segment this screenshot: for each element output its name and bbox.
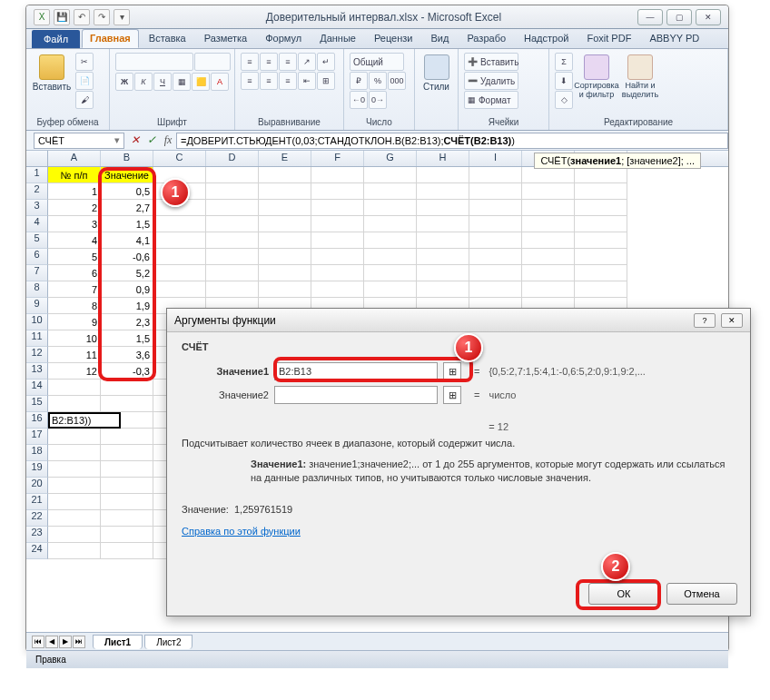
cell[interactable] (364, 265, 417, 281)
cell[interactable] (311, 232, 364, 249)
cell[interactable] (259, 249, 311, 265)
cell[interactable]: 4,1 (101, 232, 153, 249)
cell[interactable] (311, 249, 364, 265)
cell[interactable]: 5,2 (101, 265, 153, 281)
col-header-D[interactable]: D (206, 151, 259, 166)
tab-layout[interactable]: Разметка (196, 29, 256, 48)
cell[interactable] (153, 281, 206, 298)
cell[interactable] (522, 200, 575, 216)
cell[interactable]: 3,6 (101, 347, 153, 363)
row-header[interactable]: 10 (26, 314, 48, 330)
row-header[interactable]: 24 (26, 543, 48, 559)
tab-insert[interactable]: Вставка (141, 29, 194, 48)
row-header[interactable]: 8 (26, 281, 48, 298)
cell[interactable] (259, 167, 311, 183)
cell[interactable] (206, 232, 259, 249)
cell[interactable] (259, 232, 311, 249)
cell[interactable]: 2,7 (101, 200, 153, 216)
tab-foxit[interactable]: Foxit PDF (578, 29, 639, 48)
close-button[interactable]: ✕ (696, 9, 721, 25)
cell[interactable] (101, 527, 153, 543)
cell[interactable] (48, 429, 101, 445)
dialog-help-link[interactable]: Справка по этой функции (182, 526, 301, 537)
arg2-range-picker-icon[interactable]: ⊞ (443, 386, 461, 404)
align-mid-icon[interactable]: ≡ (260, 53, 278, 71)
cell[interactable] (469, 216, 522, 232)
cell[interactable] (206, 265, 259, 281)
cell[interactable]: 0,5 (101, 183, 153, 200)
paste-button[interactable]: Вставить (32, 53, 72, 94)
row-header[interactable]: 1 (26, 167, 48, 183)
editing-cell[interactable]: B2:B13)) (48, 412, 121, 429)
arg1-range-picker-icon[interactable]: ⊞ (443, 362, 461, 380)
name-box[interactable]: СЧЁТ▾ (34, 133, 124, 149)
cell[interactable] (48, 445, 101, 461)
clear-icon[interactable]: ◇ (555, 91, 573, 109)
cell[interactable] (417, 200, 469, 216)
undo-icon[interactable]: ↶ (74, 9, 90, 25)
tab-formulas[interactable]: Формул (257, 29, 310, 48)
cell[interactable]: 2 (48, 200, 101, 216)
comma-icon[interactable]: 000 (388, 72, 406, 90)
col-header-E[interactable]: E (259, 151, 311, 166)
cell[interactable]: 1 (48, 183, 101, 200)
tab-abbyy[interactable]: ABBYY PD (641, 29, 707, 48)
cell[interactable] (101, 461, 153, 478)
cancel-formula-icon[interactable]: ✕ (128, 133, 143, 148)
cell[interactable] (469, 200, 522, 216)
cell[interactable] (259, 183, 311, 200)
cell[interactable]: 1,5 (101, 216, 153, 232)
cell[interactable] (101, 494, 153, 510)
cell[interactable] (417, 216, 469, 232)
row-header[interactable]: 22 (26, 510, 48, 527)
cell[interactable] (48, 461, 101, 478)
cell[interactable] (311, 216, 364, 232)
tab-review[interactable]: Рецензи (366, 29, 421, 48)
row-header[interactable]: 9 (26, 298, 48, 314)
cells-insert[interactable]: ➕Вставить (464, 53, 518, 71)
col-header-I[interactable]: I (469, 151, 522, 166)
cell[interactable] (311, 167, 364, 183)
cell[interactable] (469, 265, 522, 281)
copy-icon[interactable]: 📄 (75, 72, 94, 90)
row-header[interactable]: 2 (26, 183, 48, 200)
minimize-button[interactable]: — (637, 9, 663, 25)
row-header[interactable]: 3 (26, 200, 48, 216)
row-header[interactable]: 7 (26, 265, 48, 281)
cell[interactable] (101, 510, 153, 527)
cell[interactable] (153, 232, 206, 249)
sheet-nav-prev[interactable]: ◀ (45, 636, 58, 648)
row-header[interactable]: 13 (26, 363, 48, 380)
cell[interactable] (522, 281, 575, 298)
cell[interactable] (469, 281, 522, 298)
cell[interactable] (259, 265, 311, 281)
indent-dec-icon[interactable]: ⇤ (298, 72, 316, 90)
fx-icon[interactable]: fx (161, 133, 175, 148)
cell[interactable] (48, 396, 101, 412)
cell[interactable]: 5 (48, 249, 101, 265)
cell[interactable]: 2,3 (101, 314, 153, 330)
align-left-icon[interactable]: ≡ (241, 72, 259, 90)
dialog-help-button[interactable]: ? (694, 313, 716, 328)
cell[interactable]: 4 (48, 232, 101, 249)
find-select-button[interactable]: Найти и выделить (620, 53, 660, 102)
dialog-close-button[interactable]: ✕ (721, 313, 743, 328)
cell[interactable] (153, 265, 206, 281)
cell[interactable] (153, 216, 206, 232)
sheet-nav-last[interactable]: ⏭ (73, 636, 85, 648)
cell[interactable] (206, 249, 259, 265)
cell[interactable] (575, 167, 627, 183)
cell[interactable] (575, 216, 627, 232)
col-header-B[interactable]: B (101, 151, 153, 166)
cell[interactable]: 6 (48, 265, 101, 281)
cell[interactable] (311, 265, 364, 281)
cell[interactable] (364, 200, 417, 216)
row-header[interactable]: 4 (26, 216, 48, 232)
cell[interactable] (575, 183, 627, 200)
formula-input[interactable]: =ДОВЕРИТ.СТЬЮДЕНТ(0,03;СТАНДОТКЛОН.В(B2:… (176, 133, 728, 149)
cell[interactable] (417, 183, 469, 200)
cells-delete[interactable]: ➖Удалить (464, 72, 518, 90)
cell[interactable] (153, 249, 206, 265)
cell[interactable] (522, 232, 575, 249)
cell[interactable] (206, 281, 259, 298)
